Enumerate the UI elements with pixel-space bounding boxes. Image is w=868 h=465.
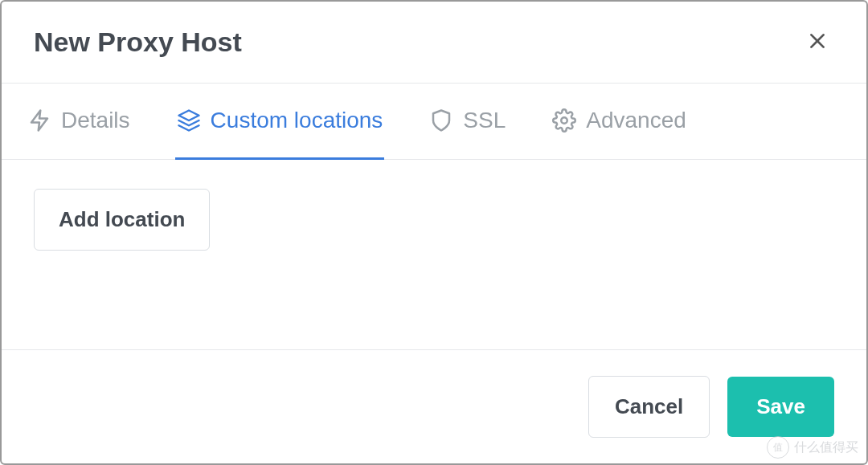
watermark-badge: 值	[767, 436, 789, 459]
tab-label: Advanced	[586, 108, 686, 133]
modal-footer: Cancel Save	[2, 350, 866, 463]
tab-label: Custom locations	[211, 108, 383, 133]
svg-point-3	[562, 117, 568, 124]
bolt-icon	[27, 108, 51, 133]
modal-body: Add location	[2, 160, 866, 350]
tab-ssl[interactable]: SSL	[428, 84, 507, 160]
modal-header: New Proxy Host	[2, 2, 866, 83]
save-button[interactable]: Save	[727, 377, 834, 437]
cancel-button[interactable]: Cancel	[588, 376, 710, 438]
close-icon	[807, 31, 828, 54]
watermark: 值 什么值得买	[767, 436, 858, 459]
tab-label: SSL	[463, 108, 506, 133]
close-button[interactable]	[800, 24, 834, 60]
tab-label: Details	[61, 108, 130, 133]
add-location-button[interactable]: Add location	[34, 189, 210, 251]
watermark-text: 什么值得买	[794, 439, 858, 456]
shield-icon	[429, 108, 453, 133]
layers-icon	[177, 108, 201, 133]
tab-custom-locations[interactable]: Custom locations	[175, 84, 385, 160]
tabs: Details Custom locations SSL	[2, 83, 866, 160]
tab-details[interactable]: Details	[26, 84, 132, 160]
tab-advanced[interactable]: Advanced	[551, 84, 688, 160]
gear-icon	[552, 108, 576, 133]
modal-title: New Proxy Host	[34, 27, 242, 58]
svg-marker-2	[178, 111, 199, 121]
modal-new-proxy-host: New Proxy Host Details	[0, 0, 868, 465]
